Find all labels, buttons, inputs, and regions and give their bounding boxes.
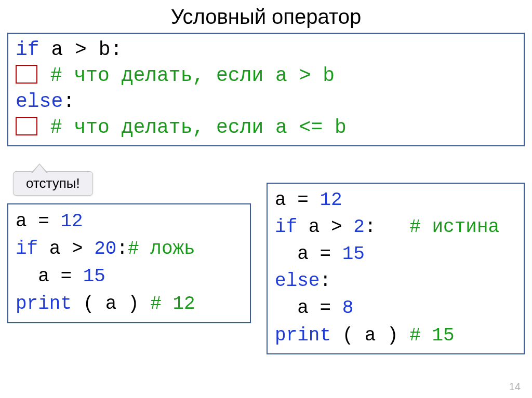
- code-number: 15: [83, 266, 105, 287]
- code-line: # что делать, если a <= b: [16, 115, 516, 141]
- code-box-right: a = 12 if a > 2: # истина a = 15 else: a…: [267, 183, 525, 354]
- code-line: a = 8: [275, 295, 516, 322]
- code-line: a = 12: [16, 208, 243, 235]
- slide-title: Условный оператор: [7, 5, 525, 29]
- code-line: if a > 20:# ложь: [16, 235, 243, 263]
- code-line: else:: [275, 268, 516, 295]
- page-number: 14: [509, 381, 521, 393]
- keyword-if: if: [275, 216, 297, 238]
- code-text: a > b:: [39, 38, 123, 61]
- indent-marker: [16, 65, 37, 84]
- code-line: a = 15: [16, 263, 243, 290]
- code-line: if a > b:: [16, 37, 516, 63]
- indent-marker: [16, 117, 37, 135]
- code-line: print ( a ) # 12: [16, 290, 243, 318]
- code-comment: # 12: [150, 293, 195, 314]
- code-box-left: a = 12 if a > 20:# ложь a = 15 print ( a…: [7, 203, 251, 323]
- code-text: a =: [275, 297, 342, 319]
- keyword-if: if: [16, 238, 38, 259]
- code-text: :: [63, 90, 75, 113]
- keyword-if: if: [16, 38, 39, 61]
- code-text: a =: [275, 243, 342, 265]
- code-number: 8: [342, 297, 354, 319]
- code-text: ( a ): [331, 325, 409, 346]
- code-number: 2: [353, 216, 365, 238]
- code-comment: # что делать, если a > b: [38, 64, 335, 87]
- code-text: a >: [38, 238, 94, 259]
- code-number: 20: [94, 238, 116, 259]
- code-comment: # что делать, если a <= b: [38, 116, 347, 139]
- code-number: 15: [342, 243, 365, 265]
- keyword-print: print: [275, 325, 331, 346]
- code-line: a = 15: [275, 241, 516, 268]
- code-text: a =: [275, 189, 320, 211]
- code-line: print ( a ) # 15: [275, 322, 516, 349]
- code-text: ( a ): [72, 293, 150, 314]
- callout-label: отступы!: [26, 175, 80, 191]
- lower-row: a = 12 if a > 20:# ложь a = 15 print ( a…: [7, 203, 525, 354]
- code-line: a = 12: [275, 187, 516, 214]
- code-text: :: [365, 216, 409, 238]
- code-comment: # истина: [409, 216, 499, 238]
- code-line: else:: [16, 89, 516, 115]
- code-line: if a > 2: # истина: [275, 214, 516, 241]
- code-comment: # ложь: [128, 238, 195, 259]
- code-comment: # 15: [409, 325, 454, 346]
- code-text: :: [320, 270, 331, 292]
- keyword-else: else: [275, 270, 320, 292]
- code-text: a =: [16, 211, 60, 232]
- code-number: 12: [320, 189, 342, 211]
- code-text: a >: [297, 216, 353, 238]
- keyword-else: else: [16, 90, 63, 113]
- code-number: 12: [60, 211, 83, 232]
- code-line: # что делать, если a > b: [16, 63, 516, 89]
- code-text: a =: [16, 266, 83, 287]
- code-text: :: [116, 238, 128, 259]
- code-box-top: if a > b: # что делать, если a > b else:…: [7, 33, 525, 146]
- keyword-print: print: [16, 293, 72, 314]
- callout-indents: отступы!: [13, 171, 93, 196]
